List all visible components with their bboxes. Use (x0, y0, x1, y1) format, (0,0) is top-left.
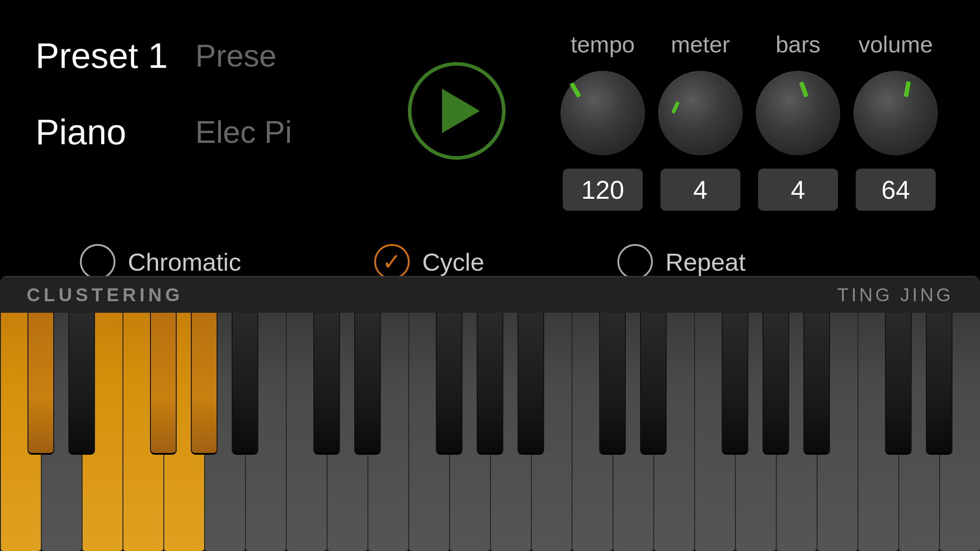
tempo-knob-indicator (569, 82, 581, 98)
white-key-10[interactable] (368, 313, 408, 551)
instrument-input: Elec Pi (195, 114, 292, 150)
keyboard-header: CLUSTERING TING JING (0, 277, 980, 313)
piano-keys-container[interactable]: .bk { position: absolute; top: 0; height… (0, 313, 980, 551)
preset-label: Preset 1 (36, 35, 178, 76)
meter-knob-indicator (672, 101, 680, 114)
play-icon (442, 89, 480, 133)
white-key-24[interactable] (939, 313, 980, 551)
volume-value[interactable]: 64 (856, 169, 936, 211)
right-controls: tempo 120 meter 4 bars 4 (536, 27, 944, 211)
keyboard-section: CLUSTERING TING JING (0, 276, 980, 551)
instrument-label: Piano (36, 112, 178, 153)
preset-row: Preset 1 Prese (36, 35, 378, 76)
white-key-19[interactable] (735, 313, 776, 551)
meter-knob-group: meter 4 (652, 31, 749, 211)
white-key-23[interactable] (898, 313, 939, 551)
cycle-label: Cycle (422, 248, 484, 276)
volume-label: volume (858, 31, 933, 58)
white-key-5[interactable] (163, 313, 204, 551)
tempo-label: tempo (571, 31, 635, 58)
volume-knob[interactable] (854, 71, 938, 155)
keyboard-brand-left: CLUSTERING (27, 284, 183, 306)
white-key-1[interactable] (0, 313, 41, 551)
play-button-area (378, 27, 536, 160)
white-key-8[interactable] (286, 313, 327, 551)
check-icon: ✓ (382, 248, 402, 275)
white-key-15[interactable] (572, 313, 612, 551)
white-key-13[interactable] (490, 313, 531, 551)
chromatic-radio[interactable] (80, 244, 115, 279)
repeat-option[interactable]: Repeat (617, 244, 746, 279)
bars-label: bars (775, 31, 820, 58)
chromatic-label: Chromatic (128, 248, 241, 276)
repeat-label: Repeat (665, 248, 746, 276)
bars-knob-group: bars 4 (749, 31, 847, 211)
tempo-value[interactable]: 120 (563, 169, 643, 211)
top-section: Preset 1 Prese Piano Elec Pi tempo 120 (0, 0, 980, 257)
white-key-18[interactable] (694, 313, 735, 551)
preset-input: Prese (195, 38, 277, 74)
left-panel: Preset 1 Prese Piano Elec Pi (36, 27, 378, 153)
repeat-radio[interactable] (617, 244, 653, 279)
white-key-12[interactable] (449, 313, 490, 551)
white-key-11[interactable] (408, 313, 449, 551)
meter-value[interactable]: 4 (660, 169, 740, 211)
white-key-6[interactable] (204, 313, 245, 551)
instrument-row: Piano Elec Pi (36, 112, 378, 153)
tempo-knob-group: tempo 120 (554, 31, 652, 211)
white-key-3[interactable] (82, 313, 122, 551)
bars-value[interactable]: 4 (758, 169, 838, 211)
white-key-20[interactable] (776, 313, 817, 551)
cycle-option[interactable]: ✓ Cycle (374, 244, 484, 279)
cycle-radio[interactable]: ✓ (374, 244, 410, 279)
white-key-16[interactable] (612, 313, 653, 551)
white-key-21[interactable] (817, 313, 858, 551)
tempo-knob[interactable] (561, 71, 645, 155)
bars-knob[interactable] (756, 71, 840, 155)
white-key-7[interactable] (245, 313, 286, 551)
white-keys-row (0, 313, 980, 551)
volume-knob-group: volume 64 (847, 31, 944, 211)
bars-knob-indicator (799, 81, 808, 97)
white-key-9[interactable] (327, 313, 368, 551)
meter-knob[interactable] (658, 71, 743, 155)
main-container: Preset 1 Prese Piano Elec Pi tempo 120 (0, 0, 980, 551)
play-button[interactable] (408, 62, 506, 160)
chromatic-option[interactable]: Chromatic (80, 244, 241, 279)
white-key-22[interactable] (858, 313, 898, 551)
white-key-17[interactable] (653, 313, 694, 551)
white-key-14[interactable] (531, 313, 572, 551)
white-key-4[interactable] (122, 313, 163, 551)
volume-knob-indicator (904, 81, 911, 97)
meter-label: meter (671, 31, 730, 58)
white-key-2[interactable] (41, 313, 82, 551)
keyboard-brand-right: TING JING (837, 284, 953, 306)
